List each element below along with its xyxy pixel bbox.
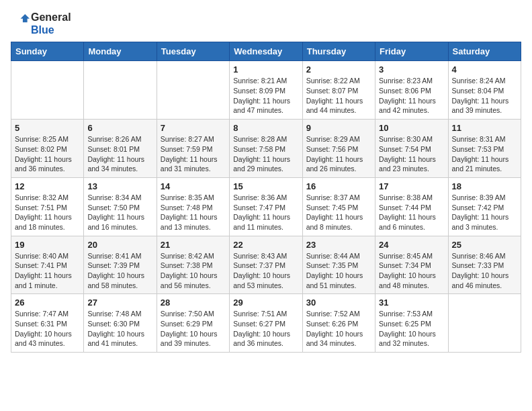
day-info: Sunrise: 8:25 AM Sunset: 8:02 PM Dayligh… <box>15 134 80 174</box>
day-info: Sunrise: 8:43 AM Sunset: 7:37 PM Dayligh… <box>233 251 298 291</box>
day-info: Sunrise: 7:50 AM Sunset: 6:29 PM Dayligh… <box>161 309 226 349</box>
day-cell-5: 5Sunrise: 8:25 AM Sunset: 8:02 PM Daylig… <box>11 120 84 178</box>
day-cell-12: 12Sunrise: 8:32 AM Sunset: 7:51 PM Dayli… <box>11 177 84 236</box>
day-cell-11: 11Sunrise: 8:31 AM Sunset: 7:53 PM Dayli… <box>448 120 521 178</box>
weekday-header-monday: Monday <box>84 42 157 61</box>
weekday-header-tuesday: Tuesday <box>157 42 229 61</box>
day-number: 9 <box>306 123 371 133</box>
day-info: Sunrise: 7:52 AM Sunset: 6:26 PM Dayligh… <box>306 309 371 349</box>
day-cell-15: 15Sunrise: 8:36 AM Sunset: 7:47 PM Dayli… <box>230 177 302 236</box>
day-info: Sunrise: 8:46 AM Sunset: 7:33 PM Dayligh… <box>452 251 517 291</box>
day-cell-22: 22Sunrise: 8:43 AM Sunset: 7:37 PM Dayli… <box>230 236 302 294</box>
day-info: Sunrise: 8:37 AM Sunset: 7:45 PM Dayligh… <box>306 193 371 232</box>
day-number: 14 <box>161 181 226 191</box>
day-number: 28 <box>161 298 226 308</box>
day-cell-9: 9Sunrise: 8:29 AM Sunset: 7:56 PM Daylig… <box>302 120 375 178</box>
day-cell-17: 17Sunrise: 8:38 AM Sunset: 7:44 PM Dayli… <box>375 177 448 236</box>
weekday-header-wednesday: Wednesday <box>230 42 302 61</box>
day-cell-25: 25Sunrise: 8:46 AM Sunset: 7:33 PM Dayli… <box>448 236 521 294</box>
day-number: 21 <box>161 240 226 250</box>
day-number: 1 <box>233 64 298 75</box>
day-cell-27: 27Sunrise: 7:48 AM Sunset: 6:30 PM Dayli… <box>84 294 157 353</box>
day-number: 30 <box>306 298 371 308</box>
day-number: 10 <box>379 123 444 133</box>
weekday-header-thursday: Thursday <box>302 42 375 61</box>
day-info: Sunrise: 8:22 AM Sunset: 8:07 PM Dayligh… <box>306 76 371 116</box>
day-cell-21: 21Sunrise: 8:42 AM Sunset: 7:38 PM Dayli… <box>157 236 229 294</box>
weekday-header-row: SundayMondayTuesdayWednesdayThursdayFrid… <box>11 42 521 61</box>
day-cell-13: 13Sunrise: 8:34 AM Sunset: 7:50 PM Dayli… <box>84 177 157 236</box>
day-info: Sunrise: 8:28 AM Sunset: 7:58 PM Dayligh… <box>233 134 298 174</box>
day-info: Sunrise: 8:32 AM Sunset: 7:51 PM Dayligh… <box>15 193 80 232</box>
day-cell-18: 18Sunrise: 8:39 AM Sunset: 7:42 PM Dayli… <box>448 177 521 236</box>
day-info: Sunrise: 8:24 AM Sunset: 8:04 PM Dayligh… <box>452 76 517 116</box>
day-number: 16 <box>306 181 371 191</box>
week-row-5: 26Sunrise: 7:47 AM Sunset: 6:31 PM Dayli… <box>11 294 521 353</box>
day-cell-23: 23Sunrise: 8:44 AM Sunset: 7:35 PM Dayli… <box>302 236 375 294</box>
svg-marker-0 <box>21 14 30 22</box>
day-number: 29 <box>233 298 298 308</box>
day-number: 27 <box>87 298 152 308</box>
day-number: 20 <box>87 240 152 250</box>
logo-text: General Blue <box>31 11 71 36</box>
day-number: 4 <box>452 64 517 75</box>
day-info: Sunrise: 8:34 AM Sunset: 7:50 PM Dayligh… <box>87 193 152 232</box>
day-info: Sunrise: 8:38 AM Sunset: 7:44 PM Dayligh… <box>379 193 444 232</box>
day-cell-3: 3Sunrise: 8:23 AM Sunset: 8:06 PM Daylig… <box>375 61 448 120</box>
day-info: Sunrise: 8:40 AM Sunset: 7:41 PM Dayligh… <box>15 251 80 291</box>
day-cell-24: 24Sunrise: 8:45 AM Sunset: 7:34 PM Dayli… <box>375 236 448 294</box>
day-cell-28: 28Sunrise: 7:50 AM Sunset: 6:29 PM Dayli… <box>157 294 229 353</box>
day-number: 2 <box>306 64 371 75</box>
logo-icon <box>11 11 30 30</box>
week-row-3: 12Sunrise: 8:32 AM Sunset: 7:51 PM Dayli… <box>11 177 521 236</box>
day-cell-19: 19Sunrise: 8:40 AM Sunset: 7:41 PM Dayli… <box>11 236 84 294</box>
day-cell-8: 8Sunrise: 8:28 AM Sunset: 7:58 PM Daylig… <box>230 120 302 178</box>
day-info: Sunrise: 7:48 AM Sunset: 6:30 PM Dayligh… <box>87 309 152 349</box>
day-info: Sunrise: 7:53 AM Sunset: 6:25 PM Dayligh… <box>379 309 444 349</box>
day-number: 31 <box>379 298 444 308</box>
day-info: Sunrise: 8:42 AM Sunset: 7:38 PM Dayligh… <box>161 251 226 291</box>
day-cell-20: 20Sunrise: 8:41 AM Sunset: 7:39 PM Dayli… <box>84 236 157 294</box>
day-info: Sunrise: 8:27 AM Sunset: 7:59 PM Dayligh… <box>161 134 226 174</box>
day-info: Sunrise: 7:47 AM Sunset: 6:31 PM Dayligh… <box>15 309 80 349</box>
day-number: 5 <box>15 123 80 133</box>
day-cell-31: 31Sunrise: 7:53 AM Sunset: 6:25 PM Dayli… <box>375 294 448 353</box>
day-number: 26 <box>15 298 80 308</box>
day-cell-10: 10Sunrise: 8:30 AM Sunset: 7:54 PM Dayli… <box>375 120 448 178</box>
week-row-1: 1Sunrise: 8:21 AM Sunset: 8:09 PM Daylig… <box>11 61 521 120</box>
day-cell-30: 30Sunrise: 7:52 AM Sunset: 6:26 PM Dayli… <box>302 294 375 353</box>
day-number: 8 <box>233 123 298 133</box>
day-cell-14: 14Sunrise: 8:35 AM Sunset: 7:48 PM Dayli… <box>157 177 229 236</box>
day-number: 13 <box>87 181 152 191</box>
calendar-table: SundayMondayTuesdayWednesdayThursdayFrid… <box>11 42 521 353</box>
day-cell-26: 26Sunrise: 7:47 AM Sunset: 6:31 PM Dayli… <box>11 294 84 353</box>
day-number: 15 <box>233 181 298 191</box>
day-info: Sunrise: 8:35 AM Sunset: 7:48 PM Dayligh… <box>161 193 226 232</box>
day-cell-6: 6Sunrise: 8:26 AM Sunset: 8:01 PM Daylig… <box>84 120 157 178</box>
day-info: Sunrise: 8:45 AM Sunset: 7:34 PM Dayligh… <box>379 251 444 291</box>
day-info: Sunrise: 8:31 AM Sunset: 7:53 PM Dayligh… <box>452 134 517 174</box>
day-cell-16: 16Sunrise: 8:37 AM Sunset: 7:45 PM Dayli… <box>302 177 375 236</box>
day-number: 19 <box>15 240 80 250</box>
day-cell-1: 1Sunrise: 8:21 AM Sunset: 8:09 PM Daylig… <box>230 61 302 120</box>
day-number: 11 <box>452 123 517 133</box>
logo-blue: Blue <box>31 24 54 36</box>
weekday-header-friday: Friday <box>375 42 448 61</box>
weekday-header-sunday: Sunday <box>11 42 84 61</box>
day-cell-empty <box>11 61 84 120</box>
day-number: 7 <box>161 123 226 133</box>
day-cell-2: 2Sunrise: 8:22 AM Sunset: 8:07 PM Daylig… <box>302 61 375 120</box>
weekday-header-saturday: Saturday <box>448 42 521 61</box>
day-info: Sunrise: 8:41 AM Sunset: 7:39 PM Dayligh… <box>87 251 152 291</box>
day-info: Sunrise: 8:30 AM Sunset: 7:54 PM Dayligh… <box>379 134 444 174</box>
day-number: 17 <box>379 181 444 191</box>
day-info: Sunrise: 8:39 AM Sunset: 7:42 PM Dayligh… <box>452 193 517 232</box>
day-number: 18 <box>452 181 517 191</box>
day-info: Sunrise: 8:23 AM Sunset: 8:06 PM Dayligh… <box>379 76 444 116</box>
day-cell-empty <box>84 61 157 120</box>
day-info: Sunrise: 7:51 AM Sunset: 6:27 PM Dayligh… <box>233 309 298 349</box>
day-number: 22 <box>233 240 298 250</box>
day-info: Sunrise: 8:36 AM Sunset: 7:47 PM Dayligh… <box>233 193 298 232</box>
day-info: Sunrise: 8:29 AM Sunset: 7:56 PM Dayligh… <box>306 134 371 174</box>
day-info: Sunrise: 8:26 AM Sunset: 8:01 PM Dayligh… <box>87 134 152 174</box>
